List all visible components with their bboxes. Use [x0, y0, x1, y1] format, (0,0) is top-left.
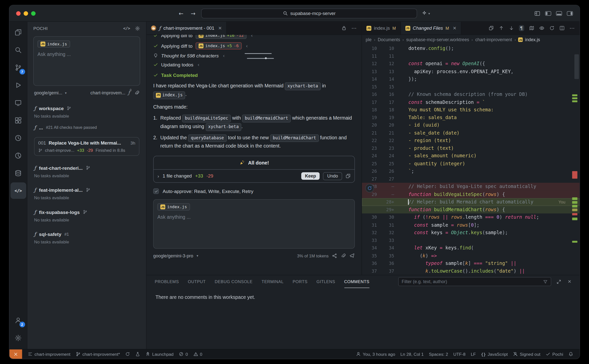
status-item-sync[interactable]	[123, 350, 133, 359]
activity-item-run-debug[interactable]	[10, 77, 26, 93]
branch-row[interactable]: ƒsql-safety#1	[34, 231, 140, 237]
gear-icon[interactable]	[135, 26, 140, 31]
divider-handle[interactable]	[247, 58, 274, 59]
task-selector[interactable]: chart-improvem...	[90, 90, 125, 95]
split-editor-icon[interactable]	[560, 25, 565, 31]
auto-approve-checkbox[interactable]	[153, 188, 159, 194]
close-window-button[interactable]	[16, 11, 21, 15]
customize-layout-icon[interactable]	[534, 10, 540, 16]
status-item-you-3-hours-ago[interactable]: You, 3 hours ago	[353, 350, 398, 359]
model-selector[interactable]: google/gemi...	[34, 90, 62, 95]
scrollbar-thumb[interactable]	[575, 54, 579, 79]
editor-tab-index.js[interactable]: JSindex.jsM	[362, 22, 401, 34]
more-actions-icon[interactable]: ⋯	[570, 25, 575, 31]
keep-button[interactable]: Keep	[301, 172, 320, 180]
close-icon[interactable]: ✕	[453, 25, 457, 31]
model-selector[interactable]: google/gemini-3-pro	[153, 253, 193, 258]
status-item-pochi[interactable]: Pochi	[543, 350, 566, 359]
activity-item-database[interactable]	[10, 165, 26, 181]
collapse-chevron-icon[interactable]: ‹	[223, 53, 225, 59]
history-back-button[interactable]: ←	[177, 10, 185, 17]
branch-row[interactable]: ƒfix-supabase-logs	[34, 209, 140, 215]
toggle-secondary-sidebar-icon[interactable]	[567, 11, 573, 15]
open-diff-icon[interactable]	[345, 174, 351, 179]
status-item-chart-improvement[interactable]: chart-improvement	[25, 350, 73, 359]
filter-icon[interactable]	[543, 279, 548, 284]
undo-button[interactable]: Undo	[323, 172, 342, 180]
status-item-javascript[interactable]: {}JavaScript	[478, 350, 510, 359]
context-chip[interactable]: JS index.js	[157, 203, 190, 211]
activity-item-extensions[interactable]	[10, 112, 26, 129]
status-item-utf-8[interactable]: UTF-8	[451, 350, 468, 359]
more-actions-icon[interactable]: ⋯	[351, 25, 357, 31]
status-item-signed-out[interactable]: Signed out	[510, 350, 543, 359]
remote-indicator[interactable]	[9, 350, 22, 359]
status-item-bell[interactable]	[566, 350, 576, 359]
whitespace-toggle-icon[interactable]: ¶	[519, 25, 524, 31]
activity-item-usage[interactable]	[10, 147, 26, 164]
breadcrumb-item[interactable]: Documents	[378, 37, 400, 42]
map-icon[interactable]	[529, 25, 534, 31]
file-chip[interactable]: JSindex.js+16-12	[196, 35, 247, 39]
activity-item-source-control[interactable]: 7	[10, 59, 26, 76]
minimize-window-button[interactable]	[24, 11, 28, 15]
send-icon[interactable]	[349, 253, 355, 259]
workspace-row[interactable]: ƒ workspace	[34, 105, 140, 111]
status-item-0[interactable]: 0	[176, 350, 191, 359]
status-item-beaker[interactable]	[133, 350, 143, 359]
divider-handle-dot[interactable]	[265, 57, 267, 59]
watch-icon[interactable]	[539, 25, 545, 31]
panel-tab-output[interactable]: OUTPUT	[188, 275, 206, 288]
collapse-chevron-icon[interactable]: ‹	[251, 35, 253, 38]
command-center-search[interactable]: supabase-mcp-server	[201, 8, 417, 18]
file-chip[interactable]: JSindex.js+5-6	[196, 42, 242, 50]
activity-item-search[interactable]	[10, 42, 26, 58]
status-item-spaces-2[interactable]: Spaces: 2	[426, 350, 451, 359]
expand-files-icon[interactable]: ›	[157, 173, 159, 179]
close-panel-icon[interactable]: ✕	[568, 279, 571, 284]
activity-item-settings[interactable]	[10, 330, 26, 346]
lock-icon[interactable]	[341, 25, 347, 31]
previous-change-icon[interactable]	[499, 25, 504, 31]
branch-row[interactable]: ƒfeat-implement-al...	[34, 187, 140, 193]
checks-row[interactable]: ƒ ... #21 All checks have passed	[34, 124, 140, 130]
breadcrumb-item[interactable]: chart-improvement	[475, 37, 512, 42]
activity-item-remote-explorer[interactable]	[10, 94, 26, 111]
sidebar-composer[interactable]: JS index.js Ask anything ...	[33, 36, 140, 86]
task-card[interactable]: 001 Replace Vega-Lite with Mermai... 3h …	[34, 137, 140, 156]
zoom-window-button[interactable]	[31, 11, 36, 15]
breadcrumb-file[interactable]: index.js	[525, 37, 540, 42]
overview-ruler[interactable]	[569, 45, 580, 275]
refresh-icon[interactable]	[549, 25, 555, 31]
status-item-lf[interactable]: LF	[468, 350, 478, 359]
panel-tab-problems[interactable]: PROBLEMS	[155, 275, 179, 288]
tab-chart-improvement-001[interactable]: ƒ chart-improvement - 001 ✕	[147, 22, 227, 34]
history-forward-button[interactable]: →	[189, 10, 197, 17]
paperclip-icon[interactable]	[134, 90, 139, 95]
status-item-0[interactable]: 0	[191, 350, 205, 359]
panel-tab-terminal[interactable]: TERMINAL	[262, 275, 284, 288]
breadcrumb-item[interactable]: supabase-mcp-server.worktrees	[406, 37, 469, 42]
paperclip-icon[interactable]	[341, 253, 346, 258]
next-change-icon[interactable]	[509, 25, 514, 31]
chat-composer[interactable]: JS index.js Ask anything ...	[153, 199, 355, 249]
code-view-icon[interactable]: </>	[123, 26, 130, 31]
toggle-sidebar-icon[interactable]	[545, 11, 551, 15]
activity-item-explorer[interactable]	[10, 24, 26, 40]
panel-tab-comments[interactable]: COMMENTS	[344, 275, 369, 288]
assistant-menu-button[interactable]: ▾	[422, 10, 430, 16]
open-changes-icon[interactable]	[488, 25, 494, 31]
collapse-chevron-icon[interactable]: ‹	[198, 62, 200, 68]
toggle-panel-icon[interactable]	[556, 11, 562, 15]
maximize-panel-icon[interactable]	[556, 279, 561, 284]
breadcrumb-item[interactable]: ple	[366, 37, 372, 42]
chat-timeline[interactable]: Applying diff toJSindex.js+16-12‹Applyin…	[147, 35, 362, 275]
revert-block-button[interactable]	[365, 184, 374, 193]
close-icon[interactable]: ✕	[218, 25, 222, 31]
branch-row[interactable]: ƒfeat-chart-renderi...	[34, 165, 140, 171]
task-count-icon[interactable]: ƒ0	[128, 90, 132, 96]
activity-item-accounts[interactable]: 2	[10, 312, 26, 329]
collapse-chevron-icon[interactable]: ‹	[246, 43, 248, 49]
status-item-chart-improvement-[interactable]: chart-improvement*	[73, 350, 123, 359]
context-chip[interactable]: JS index.js	[37, 40, 70, 48]
